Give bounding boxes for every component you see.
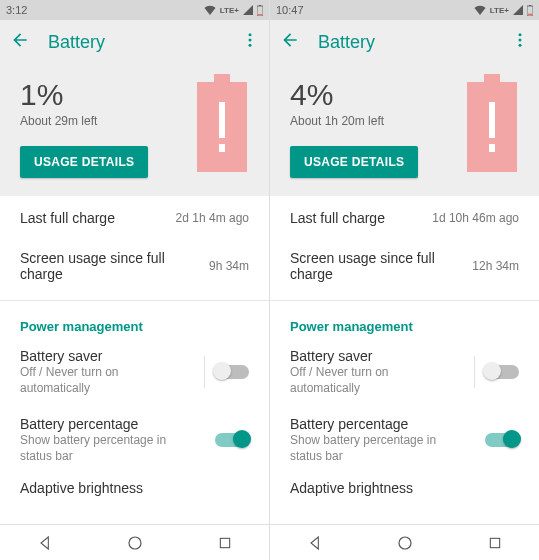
power-management-header: Power management <box>270 305 539 338</box>
app-bar: Battery <box>270 20 539 64</box>
nav-recent-icon[interactable] <box>487 535 503 551</box>
adaptive-brightness-row[interactable]: Adaptive brightness <box>0 474 269 496</box>
more-icon[interactable] <box>241 31 259 53</box>
svg-rect-1 <box>259 5 261 6</box>
content-area: Last full charge 2d 1h 4m ago Screen usa… <box>0 196 269 524</box>
svg-rect-11 <box>220 538 229 547</box>
wifi-icon <box>474 5 486 15</box>
battery-hero: 1% About 29m left USAGE DETAILS <box>0 64 269 196</box>
signal-icon <box>513 5 523 15</box>
divider <box>0 300 269 301</box>
row-label: Last full charge <box>20 210 168 226</box>
row-value: 2d 1h 4m ago <box>176 211 249 225</box>
setting-title: Battery percentage <box>290 416 477 432</box>
last-full-charge-row: Last full charge 2d 1h 4m ago <box>0 198 269 238</box>
svg-rect-6 <box>214 74 230 82</box>
svg-point-22 <box>399 537 411 549</box>
battery-percentage-row[interactable]: Battery percentage Show battery percenta… <box>0 406 269 474</box>
setting-title: Battery saver <box>20 348 186 364</box>
battery-hero: 4% About 1h 20m left USAGE DETAILS <box>270 64 539 196</box>
battery-percentage-toggle[interactable] <box>485 433 519 447</box>
svg-rect-14 <box>528 13 533 15</box>
battery-alert-icon <box>467 74 517 176</box>
svg-rect-9 <box>219 144 225 152</box>
svg-rect-21 <box>489 144 495 152</box>
adaptive-brightness-row[interactable]: Adaptive brightness <box>270 474 539 496</box>
screen-usage-row: Screen usage since full charge 12h 34m <box>270 238 539 294</box>
svg-rect-18 <box>484 74 500 82</box>
screen-usage-row: Screen usage since full charge 9h 34m <box>0 238 269 294</box>
divider <box>270 300 539 301</box>
setting-title: Battery saver <box>290 348 456 364</box>
battery-alert-icon <box>197 74 247 176</box>
last-full-charge-row: Last full charge 1d 10h 46m ago <box>270 198 539 238</box>
page-title: Battery <box>318 32 511 53</box>
svg-rect-2 <box>258 14 263 15</box>
page-title: Battery <box>48 32 241 53</box>
setting-desc: Off / Never turn on automatically <box>290 365 456 396</box>
nav-recent-icon[interactable] <box>217 535 233 551</box>
nav-home-icon[interactable] <box>396 534 414 552</box>
power-management-header: Power management <box>0 305 269 338</box>
nav-back-icon[interactable] <box>37 535 53 551</box>
network-label: LTE+ <box>490 6 509 15</box>
svg-point-10 <box>129 537 141 549</box>
back-icon[interactable] <box>280 30 300 54</box>
battery-saver-toggle[interactable] <box>215 365 249 379</box>
row-label: Last full charge <box>290 210 424 226</box>
vertical-separator <box>204 356 205 388</box>
battery-status-icon <box>527 5 533 16</box>
row-value: 1d 10h 46m ago <box>432 211 519 225</box>
usage-details-button[interactable]: USAGE DETAILS <box>20 146 148 178</box>
battery-percentage-toggle[interactable] <box>215 433 249 447</box>
row-label: Screen usage since full charge <box>20 250 201 282</box>
battery-status-icon <box>257 5 263 16</box>
vertical-separator <box>474 356 475 388</box>
clock-text: 3:12 <box>6 4 27 16</box>
setting-desc: Off / Never turn on automatically <box>20 365 186 396</box>
svg-point-4 <box>249 39 252 42</box>
signal-icon <box>243 5 253 15</box>
more-icon[interactable] <box>511 31 529 53</box>
svg-point-3 <box>249 33 252 36</box>
status-bar: 3:12 LTE+ <box>0 0 269 20</box>
battery-percentage-row[interactable]: Battery percentage Show battery percenta… <box>270 406 539 474</box>
nav-home-icon[interactable] <box>126 534 144 552</box>
wifi-icon <box>204 5 216 15</box>
svg-point-16 <box>519 39 522 42</box>
network-label: LTE+ <box>220 6 239 15</box>
back-icon[interactable] <box>10 30 30 54</box>
status-bar: 10:47 LTE+ <box>270 0 539 20</box>
phone-left: 3:12 LTE+ Battery <box>0 0 269 560</box>
svg-rect-23 <box>490 538 499 547</box>
setting-desc: Show battery percentage in status bar <box>290 433 460 464</box>
clock-text: 10:47 <box>276 4 304 16</box>
row-value: 9h 34m <box>209 259 249 273</box>
battery-saver-toggle[interactable] <box>485 365 519 379</box>
setting-title: Battery percentage <box>20 416 207 432</box>
svg-point-17 <box>519 44 522 47</box>
navigation-bar <box>270 524 539 560</box>
svg-rect-20 <box>489 102 495 138</box>
setting-desc: Show battery percentage in status bar <box>20 433 190 464</box>
battery-saver-row[interactable]: Battery saver Off / Never turn on automa… <box>0 338 269 406</box>
content-area: Last full charge 1d 10h 46m ago Screen u… <box>270 196 539 524</box>
nav-back-icon[interactable] <box>307 535 323 551</box>
svg-rect-13 <box>529 5 531 6</box>
usage-details-button[interactable]: USAGE DETAILS <box>290 146 418 178</box>
navigation-bar <box>0 524 269 560</box>
battery-saver-row[interactable]: Battery saver Off / Never turn on automa… <box>270 338 539 406</box>
svg-point-5 <box>249 44 252 47</box>
row-value: 12h 34m <box>472 259 519 273</box>
app-bar: Battery <box>0 20 269 64</box>
svg-point-15 <box>519 33 522 36</box>
phone-right: 10:47 LTE+ Battery <box>270 0 539 560</box>
svg-rect-8 <box>219 102 225 138</box>
row-label: Screen usage since full charge <box>290 250 464 282</box>
